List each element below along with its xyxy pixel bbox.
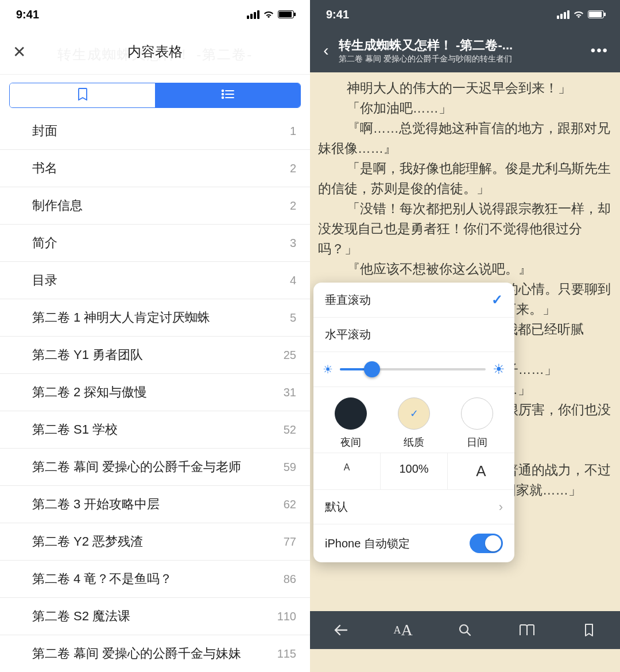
status-indicators — [557, 8, 604, 21]
paragraph: 「是啊，我好像也能理解。俊是尤利乌斯先生的信徒，苏则是俊的信徒。」 — [318, 159, 612, 199]
option-vertical-scroll[interactable]: 垂直滚动 ✓ — [313, 283, 514, 318]
status-time: 9:41 — [326, 8, 349, 21]
swatch-day — [461, 397, 493, 430]
modal-title: 内容表格 — [127, 43, 183, 61]
book-title: 转生成蜘蛛又怎样！ -第二卷-... — [339, 37, 585, 54]
toc-item[interactable]: 第二卷 3 开始攻略中层62 — [0, 486, 310, 523]
paragraph: 『啊……总觉得她这种盲信的地方，跟那对兄妹很像……』 — [318, 118, 612, 159]
toolbar-back-button[interactable] — [310, 611, 372, 649]
wifi-icon — [263, 8, 274, 21]
theme-paper[interactable]: ✓ 纸质 — [398, 397, 430, 449]
toc-item[interactable]: 第二卷 1 神明大人肯定讨厌蜘蛛5 — [0, 299, 310, 337]
option-default-font[interactable]: 默认 › — [313, 490, 514, 524]
toolbar-font-button[interactable]: AA — [372, 611, 434, 649]
battery-icon — [278, 10, 294, 18]
battery-icon — [588, 10, 604, 18]
reader-header: ‹ 转生成蜘蛛又怎样！ -第二卷-... 第二卷 幕间 爱操心的公爵千金与吵闹的… — [310, 29, 620, 72]
close-icon[interactable]: ✕ — [13, 42, 26, 61]
back-button[interactable]: ‹ — [316, 41, 336, 60]
paragraph: 『他应该不想被你这么说吧。』 — [318, 259, 612, 279]
toc-item[interactable]: 第二卷 S1 学校52 — [0, 411, 310, 449]
tab-toc[interactable] — [155, 83, 300, 107]
chapter-subtitle: 第二卷 幕间 爱操心的公爵千金与吵闹的转生者们 — [339, 54, 585, 64]
theme-row: 夜间 ✓ 纸质 日间 — [313, 387, 514, 453]
list-icon — [221, 89, 235, 102]
toc-item[interactable]: 第二卷 幕间 爱操心的公爵千金与老师59 — [0, 449, 310, 486]
swatch-paper: ✓ — [398, 397, 430, 430]
reader-screen: 9:41 ‹ 转生成蜘蛛又怎样！ -第二卷-... 第二卷 幕间 爱操心的公爵千… — [310, 0, 620, 672]
chevron-right-icon: › — [499, 500, 503, 515]
toc-item[interactable]: 封面1 — [0, 113, 310, 150]
option-autolock: iPhone 自动锁定 — [313, 524, 514, 562]
toc-screen: 9:41 转生成蜘蛛又怎样！ -第二卷- ✕ 内容表格 封面1 书名2 — [0, 0, 310, 672]
theme-night[interactable]: 夜间 — [335, 397, 367, 449]
toolbar-toc-button[interactable] — [496, 611, 558, 649]
toc-item[interactable]: 第二卷 4 竜？不是鱼吗？86 — [0, 561, 310, 598]
svg-point-4 — [222, 97, 223, 99]
toc-item[interactable]: 第二卷 Y1 勇者团队25 — [0, 337, 310, 374]
zoom-value: 100% — [381, 453, 448, 489]
font-decrease-button[interactable]: A — [313, 453, 381, 489]
brightness-slider-row: ☀ ☀ — [313, 352, 514, 387]
brightness-high-icon: ☀ — [493, 361, 505, 377]
toc-item[interactable]: 第二卷 Y2 恶梦残渣77 — [0, 523, 310, 561]
font-size-row: A 100% A — [313, 453, 514, 490]
checkmark-icon: ✓ — [491, 292, 503, 308]
paragraph: 「没错！每次都把别人说得跟宗教狂一样，却没发现自己也是勇者狂！你们不觉得他很过分… — [318, 199, 612, 259]
more-button[interactable]: ••• — [587, 43, 612, 59]
segmented-control — [9, 83, 301, 108]
toc-item[interactable]: 目录4 — [0, 262, 310, 299]
option-horizontal-scroll[interactable]: 水平滚动 — [313, 318, 514, 352]
theme-day[interactable]: 日间 — [461, 397, 493, 449]
svg-point-0 — [222, 90, 223, 92]
reader-toolbar: AA — [310, 611, 620, 649]
status-bar: 9:41 — [310, 0, 620, 29]
bookmark-icon — [78, 88, 88, 103]
status-bar: 9:41 — [0, 0, 310, 29]
toolbar-bookmark-button[interactable] — [558, 611, 620, 649]
tab-bookmarks[interactable] — [10, 83, 155, 107]
brightness-slider[interactable] — [340, 368, 486, 370]
svg-line-7 — [467, 632, 471, 636]
paragraph: 神明大人的伟大的一天迟早会到来！」 — [318, 78, 612, 98]
cellular-icon — [247, 10, 259, 19]
toc-list[interactable]: 封面1 书名2 制作信息2 简介3 目录4 第二卷 1 神明大人肯定讨厌蜘蛛5 … — [0, 113, 310, 672]
toc-item[interactable]: 第二卷 幕间 爱操心的公爵千金与妹妹115 — [0, 635, 310, 672]
toc-item[interactable]: 简介3 — [0, 225, 310, 262]
font-increase-button[interactable]: A — [448, 453, 514, 489]
autolock-toggle[interactable] — [470, 534, 503, 553]
svg-point-2 — [222, 94, 223, 95]
modal-header: ✕ 内容表格 — [0, 29, 310, 75]
toc-item[interactable]: 第二卷 2 探知与傲慢31 — [0, 374, 310, 411]
toolbar-search-button[interactable] — [434, 611, 496, 649]
wifi-icon — [573, 8, 584, 21]
toc-item[interactable]: 第二卷 S2 魔法课110 — [0, 598, 310, 635]
paragraph: 「你加油吧……」 — [318, 98, 612, 118]
display-settings-popover: 垂直滚动 ✓ 水平滚动 ☀ ☀ 夜间 ✓ 纸质 日间 — [313, 283, 514, 562]
checkmark-icon: ✓ — [410, 407, 418, 420]
brightness-low-icon: ☀ — [323, 362, 333, 376]
status-indicators — [247, 8, 294, 21]
swatch-night — [335, 397, 367, 430]
cellular-icon — [557, 10, 569, 19]
toc-item[interactable]: 书名2 — [0, 150, 310, 187]
toc-item[interactable]: 制作信息2 — [0, 187, 310, 225]
status-time: 9:41 — [16, 8, 39, 21]
